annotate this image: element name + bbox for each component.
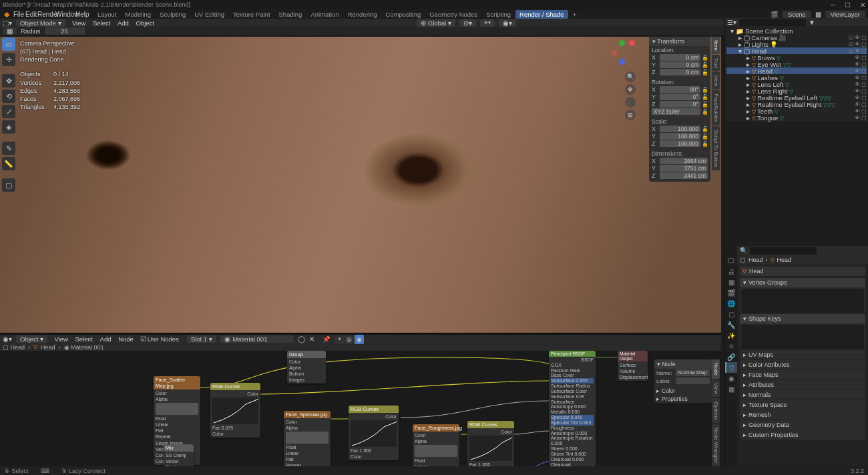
ne-overlay-icon[interactable]: ◎: [345, 335, 354, 344]
tab-sculpting[interactable]: Sculpting: [156, 10, 190, 19]
menu-help[interactable]: Help: [75, 11, 89, 18]
prop-tab-scene[interactable]: 🎬: [725, 287, 737, 298]
3d-viewport[interactable]: Camera Perspective (67) Head | Head Rend…: [0, 37, 721, 333]
ne-tab-node[interactable]: Node: [712, 359, 720, 379]
viewlayer-field[interactable]: ViewLayer: [825, 11, 865, 18]
panel-shape-keys[interactable]: Shape Keys: [748, 315, 781, 322]
tab-modeling[interactable]: Modeling: [122, 10, 156, 19]
prop-tab-object[interactable]: ▢: [725, 309, 737, 319]
dim-x[interactable]: 2664 cm: [660, 158, 708, 164]
node-principled-bsdf[interactable]: Principled BSDF BSDF GGXRandom Walk Base…: [549, 351, 596, 468]
tool-transform[interactable]: ◈: [2, 120, 15, 134]
vp-object[interactable]: Object: [134, 19, 157, 27]
tool-select-box[interactable]: ▭: [2, 37, 15, 51]
ne-tab-options[interactable]: Options: [712, 398, 720, 424]
camera-icon[interactable]: 🎥: [625, 97, 636, 108]
use-nodes-check[interactable]: ☑Use Nodes: [140, 335, 179, 343]
outliner-filter-icon[interactable]: ▼: [809, 19, 815, 26]
tool-scale[interactable]: ⤢: [2, 105, 15, 118]
tab-add[interactable]: +: [569, 10, 581, 19]
panel-vertex-groups[interactable]: Vertex Groups: [748, 279, 787, 286]
node-rgb-curves-1[interactable]: RGB Curves Color Fac 0.875Color: [210, 383, 260, 438]
panel-normals[interactable]: Normals: [748, 391, 771, 398]
panel-attributes[interactable]: Attributes: [748, 381, 774, 388]
ne-node[interactable]: Node: [116, 335, 136, 343]
prop-tab-viewlayer[interactable]: ▦: [725, 277, 737, 287]
node-props-panel[interactable]: Properties: [662, 395, 688, 402]
panel-texspace[interactable]: Texture Space: [748, 402, 787, 408]
minimize-icon[interactable]: ─: [831, 1, 835, 9]
node-canvas[interactable]: Face_Scatter Map.jpg ColorAlpha FloatLin…: [0, 351, 721, 468]
ne-backdrop-icon[interactable]: ◉: [355, 335, 364, 344]
mesh-name-field[interactable]: Head: [749, 268, 764, 275]
menu-file[interactable]: File: [13, 11, 24, 18]
node-name-field[interactable]: Normal Map: [676, 369, 710, 376]
mode-dropdown[interactable]: Object Mode ▾: [16, 19, 65, 27]
tab-tool[interactable]: Tool: [712, 55, 720, 71]
tab-item[interactable]: Item: [712, 37, 720, 54]
node-rgb-curves-3[interactable]: RGB Curves Color Fac 1.000Color: [467, 421, 514, 468]
node-material-output[interactable]: Material Output SurfaceVolumeDisplacemen…: [618, 351, 648, 381]
pan-icon[interactable]: ✥: [625, 84, 636, 95]
nav-gizmo[interactable]: [609, 40, 636, 67]
prop-search-icon[interactable]: 🔍: [740, 247, 747, 254]
node-image-spec[interactable]: Face_Specular.jpg ColorAlpha FloatLinear…: [284, 411, 331, 468]
shader-editor-icon[interactable]: ◉▾: [3, 335, 12, 343]
mat-x-icon[interactable]: ✕: [309, 335, 314, 343]
ne-bread-mesh[interactable]: Head: [41, 344, 55, 351]
tab-view[interactable]: View: [712, 71, 720, 90]
ne-snap-icon[interactable]: ⌖: [335, 335, 344, 344]
tool-rotate[interactable]: ⟲: [2, 90, 15, 103]
maximize-icon[interactable]: ☐: [845, 1, 851, 9]
outliner-type-icon[interactable]: ☰▾: [727, 19, 736, 26]
prop-tab-modifier[interactable]: 🔧: [725, 319, 737, 330]
vp-select[interactable]: Select: [90, 19, 113, 27]
prop-tab-particle[interactable]: ✨: [725, 330, 737, 341]
prop-tab-texture[interactable]: ▦: [725, 383, 737, 394]
prop-search[interactable]: [750, 247, 817, 255]
vg-list[interactable]: [741, 289, 864, 313]
tab-facebuilder[interactable]: FaceBuilder: [712, 90, 720, 126]
rot-mode[interactable]: XYZ Euler: [652, 108, 700, 115]
tab-rendershade[interactable]: Render / Shade: [515, 10, 568, 19]
tool-annotate[interactable]: ✎: [2, 142, 15, 155]
tab-animation[interactable]: Animation: [306, 10, 343, 19]
tab-rendering[interactable]: Rendering: [344, 10, 381, 19]
bread-mesh[interactable]: Head: [777, 257, 792, 263]
rot-z[interactable]: 0°: [660, 101, 700, 108]
tab-script[interactable]: Script To Button: [712, 126, 720, 170]
zoom-icon[interactable]: 🔍: [625, 71, 636, 82]
panel-colorattr[interactable]: Color Attributes: [748, 361, 790, 368]
obj-tongue[interactable]: Tongue: [757, 114, 778, 122]
prop-tab-material[interactable]: ◉: [725, 373, 737, 383]
tab-compositing[interactable]: Compositing: [382, 10, 425, 19]
prop-tab-data[interactable]: ▽: [725, 362, 737, 373]
shader-mode[interactable]: Object ▾: [16, 335, 47, 343]
proportional-drop[interactable]: ◉▾: [499, 19, 516, 27]
ne-bread-mat[interactable]: Material.001: [71, 344, 104, 351]
scene-field[interactable]: Scene: [783, 11, 811, 18]
prop-tab-physics[interactable]: ⚛: [725, 341, 737, 351]
material-field[interactable]: ◉ Material.001: [220, 335, 294, 343]
panel-customprops[interactable]: Custom Properties: [748, 432, 799, 438]
tool-add-cube[interactable]: ▢: [2, 178, 15, 192]
scale-y[interactable]: 100.000: [660, 133, 700, 140]
ne-tab-wrangler[interactable]: Node Wrangler: [712, 424, 720, 467]
rot-x[interactable]: 90°: [660, 86, 700, 93]
outliner-search[interactable]: [739, 19, 806, 26]
ne-add[interactable]: Add: [97, 335, 114, 343]
ne-select[interactable]: Select: [73, 335, 95, 343]
sk-list[interactable]: [741, 325, 864, 349]
ne-view[interactable]: View: [51, 335, 70, 343]
tab-scripting[interactable]: Scripting: [482, 10, 515, 19]
mat-new-icon[interactable]: ◯: [298, 335, 305, 343]
panel-remesh[interactable]: Remesh: [748, 412, 771, 418]
tool-cursor[interactable]: ✛: [2, 53, 15, 66]
ne-bread-obj[interactable]: Head: [11, 344, 25, 351]
scale-z[interactable]: 100.000: [660, 140, 700, 147]
panel-uvmaps[interactable]: UV Maps: [748, 351, 773, 358]
ne-tab-view[interactable]: View: [712, 379, 720, 398]
node-mix[interactable]: Mix SS ClampVectorShader: [164, 444, 194, 468]
node-label-field[interactable]: [676, 377, 710, 384]
prop-tab-world[interactable]: 🌐: [725, 298, 737, 309]
